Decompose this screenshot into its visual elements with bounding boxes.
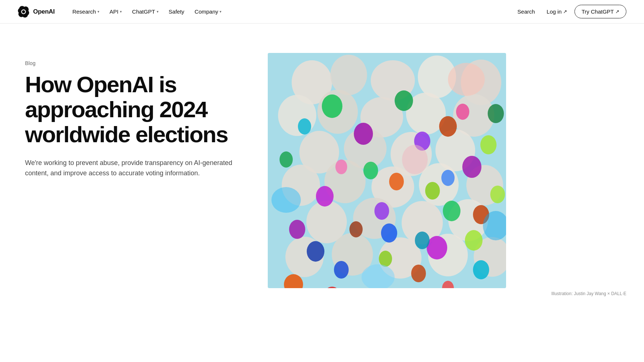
svg-point-42 bbox=[289, 220, 305, 239]
logo[interactable]: OpenAI bbox=[18, 6, 55, 18]
svg-point-62 bbox=[456, 104, 469, 120]
image-caption: Illustration: Justin Jay Wang × DALL·E bbox=[268, 291, 626, 296]
external-link-icon: ↗ bbox=[563, 9, 567, 14]
search-button[interactable]: Search bbox=[513, 6, 540, 18]
main-title: How OpenAI is approaching 2024 worldwide… bbox=[25, 72, 246, 147]
svg-point-44 bbox=[334, 261, 349, 279]
svg-point-59 bbox=[415, 232, 430, 249]
main-subtitle: We're working to prevent abuse, provide … bbox=[25, 158, 238, 179]
svg-point-33 bbox=[363, 162, 378, 179]
svg-point-32 bbox=[488, 104, 504, 123]
svg-point-45 bbox=[441, 170, 455, 186]
main-content: Blog How OpenAI is approaching 2024 worl… bbox=[0, 24, 644, 318]
blog-label: Blog bbox=[25, 60, 246, 66]
svg-point-35 bbox=[443, 201, 460, 221]
svg-point-66 bbox=[402, 145, 428, 174]
svg-point-61 bbox=[335, 160, 347, 174]
content-left: Blog How OpenAI is approaching 2024 worl… bbox=[25, 53, 268, 179]
nav-right: Search Log in ↗ Try ChatGPT ↗ bbox=[513, 5, 626, 18]
svg-point-55 bbox=[465, 230, 483, 251]
login-button[interactable]: Log in ↗ bbox=[542, 6, 572, 18]
svg-point-34 bbox=[280, 151, 293, 168]
svg-point-19 bbox=[419, 163, 459, 206]
svg-point-65 bbox=[448, 63, 485, 96]
svg-point-46 bbox=[307, 241, 324, 262]
chevron-down-icon: ▾ bbox=[120, 10, 122, 14]
nav-item-company[interactable]: Company ▾ bbox=[190, 6, 226, 18]
svg-point-60 bbox=[473, 260, 489, 279]
chevron-down-icon: ▾ bbox=[97, 10, 99, 14]
chevron-down-icon: ▾ bbox=[157, 10, 159, 14]
svg-point-57 bbox=[490, 186, 505, 203]
arrow-icon: ↗ bbox=[615, 9, 619, 14]
svg-point-41 bbox=[427, 236, 447, 259]
chevron-down-icon: ▾ bbox=[220, 10, 221, 14]
svg-point-39 bbox=[462, 156, 481, 178]
navbar: OpenAI Research ▾ API ▾ ChatGPT ▾ Safety… bbox=[0, 0, 644, 24]
svg-point-7 bbox=[278, 95, 316, 136]
nav-item-api[interactable]: API ▾ bbox=[105, 6, 126, 18]
try-chatgpt-button[interactable]: Try ChatGPT ↗ bbox=[574, 5, 626, 18]
nav-item-safety[interactable]: Safety bbox=[164, 6, 189, 18]
svg-point-48 bbox=[389, 173, 404, 190]
hero-image bbox=[268, 53, 506, 288]
svg-point-0 bbox=[22, 10, 25, 13]
nav-item-chatgpt[interactable]: ChatGPT ▾ bbox=[128, 6, 163, 18]
openai-logo-icon bbox=[18, 6, 29, 18]
svg-point-52 bbox=[411, 265, 426, 282]
svg-point-43 bbox=[381, 223, 397, 243]
svg-point-36 bbox=[354, 123, 373, 145]
content-right: Illustration: Justin Jay Wang × DALL·E bbox=[268, 53, 626, 296]
svg-point-58 bbox=[298, 118, 311, 135]
nav-links: Research ▾ API ▾ ChatGPT ▾ Safety Compan… bbox=[68, 6, 226, 18]
nav-item-research[interactable]: Research ▾ bbox=[68, 6, 104, 18]
svg-point-30 bbox=[322, 94, 342, 118]
svg-point-54 bbox=[425, 182, 440, 200]
svg-point-40 bbox=[374, 202, 389, 220]
svg-point-31 bbox=[395, 90, 413, 111]
svg-point-56 bbox=[379, 251, 392, 267]
svg-point-68 bbox=[271, 187, 301, 213]
logo-text: OpenAI bbox=[33, 8, 55, 15]
svg-point-3 bbox=[330, 55, 367, 95]
svg-point-38 bbox=[316, 186, 334, 207]
nav-left: OpenAI Research ▾ API ▾ ChatGPT ▾ Safety… bbox=[18, 6, 226, 18]
svg-point-53 bbox=[480, 135, 497, 154]
svg-point-50 bbox=[349, 221, 363, 237]
svg-point-47 bbox=[439, 116, 457, 137]
hero-illustration bbox=[268, 53, 506, 288]
